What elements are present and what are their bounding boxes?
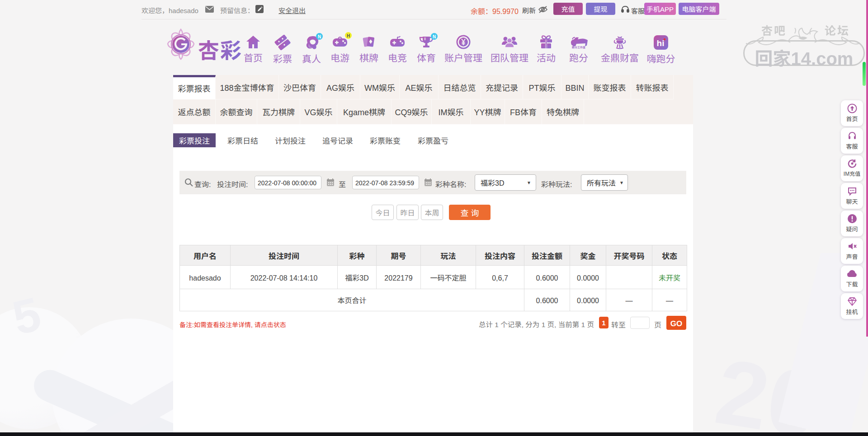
svg-text:跑分工作室: 跑分工作室 bbox=[572, 45, 585, 49]
svg-text:hi: hi bbox=[657, 38, 665, 48]
